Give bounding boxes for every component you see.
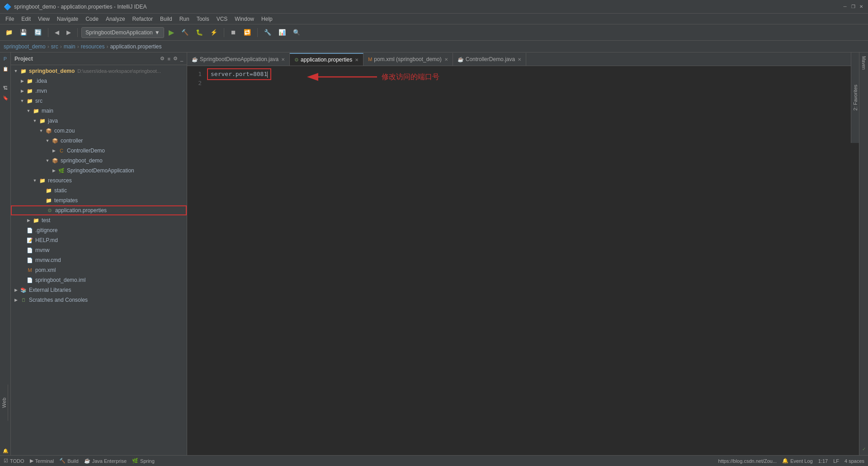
editor-content[interactable]: 1 2 server.port=8081 — [187, 66, 859, 455]
commit-tool-icon[interactable]: 📋 — [1, 64, 10, 73]
menu-vcs[interactable]: VCS — [213, 15, 231, 23]
code-area[interactable]: server.port=8081 修改访问的端口号 — [205, 66, 859, 455]
spring-button[interactable]: 🌿 Spring — [132, 458, 155, 464]
menu-build[interactable]: Build — [156, 15, 176, 23]
tree-item-gitignore[interactable]: 📄 .gitignore — [11, 225, 187, 235]
breadcrumb-main[interactable]: main — [64, 43, 75, 50]
new-project-button[interactable]: 📁 — [3, 28, 15, 37]
tab-springbootapp[interactable]: ☕ SpringbootDemoApplication.java ✕ — [187, 53, 290, 66]
todo-button[interactable]: ☑ TODO — [4, 458, 24, 464]
menu-analyze[interactable]: Analyze — [102, 15, 129, 23]
build-button[interactable]: 🔨 Build — [59, 458, 78, 464]
tree-item-templates[interactable]: 📁 templates — [11, 195, 187, 205]
menu-run[interactable]: Run — [176, 15, 193, 23]
tree-item-idea[interactable]: ▶ 📁 .idea — [11, 76, 187, 86]
maximize-button[interactable]: ❐ — [850, 4, 856, 10]
line-ending-label: LF — [833, 458, 839, 464]
tree-item-pomxml[interactable]: M pom.xml — [11, 265, 187, 275]
search-everywhere-button[interactable]: 🔍 — [290, 28, 303, 37]
tab-pomxml-close[interactable]: ✕ — [444, 57, 448, 62]
debug-button[interactable]: 🐛 — [193, 28, 206, 37]
menu-refactor[interactable]: Refactor — [129, 15, 156, 23]
back-button[interactable]: ◀ — [52, 28, 62, 37]
profile-button[interactable]: ⚡ — [208, 28, 220, 37]
indent-settings[interactable]: 4 spaces — [844, 458, 864, 464]
tree-item-test[interactable]: ▶ 📁 test — [11, 215, 187, 225]
save-button[interactable]: 💾 — [17, 28, 30, 37]
terminal-button[interactable]: ▶ Terminal — [30, 458, 54, 464]
tree-item-java[interactable]: ▼ 📁 java — [11, 116, 187, 126]
menu-navigate[interactable]: Navigate — [53, 15, 82, 23]
build-button[interactable]: 🔨 — [179, 28, 191, 37]
tree-item-main[interactable]: ▼ 📁 main — [11, 106, 187, 116]
menu-edit[interactable]: Edit — [18, 15, 34, 23]
tools-button[interactable]: 🔧 — [261, 28, 274, 37]
project-panel-settings-icon[interactable]: ⚙ — [160, 56, 165, 62]
project-panel-minimize-icon[interactable]: _ — [180, 56, 183, 62]
tree-item-static[interactable]: 📁 static — [11, 185, 187, 195]
tree-item-iml[interactable]: 📄 springboot_demo.iml — [11, 275, 187, 285]
tree-item-springbootapp[interactable]: ▶ 🌿 SpringbootDemoApplication — [11, 166, 187, 176]
close-button[interactable]: ✕ — [858, 4, 864, 10]
window-controls[interactable]: ─ ❐ ✕ — [842, 4, 864, 10]
tab-pomxml[interactable]: M pom.xml (springboot_demo) ✕ — [363, 53, 453, 66]
web-label[interactable]: Web — [1, 398, 7, 408]
tab-springbootapp-close[interactable]: ✕ — [281, 57, 285, 62]
tree-item-controller[interactable]: ▼ 📦 controller — [11, 136, 187, 146]
rerun-button[interactable]: 🔁 — [241, 28, 254, 37]
structure-tool-icon[interactable]: 🏗 — [1, 83, 10, 92]
properties-file-icon: ⚙ — [46, 207, 53, 214]
tree-item-scratches[interactable]: ▶ 🗒 Scratches and Consoles — [11, 295, 187, 305]
tree-item-application-properties[interactable]: ⚙ application.properties — [11, 205, 187, 215]
menu-file[interactable]: File — [2, 15, 18, 23]
line-ending[interactable]: LF — [833, 458, 839, 464]
menu-code[interactable]: Code — [82, 15, 102, 23]
minimize-button[interactable]: ─ — [842, 4, 848, 10]
project-tool-icon[interactable]: P — [1, 54, 10, 63]
tree-item-root[interactable]: ▼ 📁 springboot_demo D:\users\idea-worksp… — [11, 66, 187, 76]
project-panel-gear-icon[interactable]: ⚙ — [173, 56, 178, 62]
sync-button[interactable]: 🔄 — [32, 28, 44, 37]
favorites-label[interactable]: 2: Favorites — [853, 85, 858, 110]
breadcrumb-project[interactable]: springboot_demo — [4, 43, 46, 50]
run-button[interactable]: ▶ — [166, 27, 177, 38]
tree-item-controllerdemo[interactable]: ▶ C ControllerDemo — [11, 146, 187, 156]
tree-label-springbootpkg: springboot_demo — [61, 157, 103, 164]
menu-window[interactable]: Window — [231, 15, 258, 23]
menu-tools[interactable]: Tools — [193, 15, 213, 23]
tree-item-helpmd[interactable]: 📝 HELP.md — [11, 235, 187, 245]
tree-item-mvnw[interactable]: 📄 mvnw — [11, 245, 187, 255]
tab-app-properties-close[interactable]: ✕ — [355, 57, 359, 62]
tab-controllerdemo-close[interactable]: ✕ — [518, 57, 521, 62]
breadcrumb-file[interactable]: application.properties — [110, 43, 161, 50]
breadcrumb-src[interactable]: src — [51, 43, 58, 50]
tree-item-comzou[interactable]: ▼ 📦 com.zou — [11, 126, 187, 136]
tree-item-resources[interactable]: ▼ 📁 resources — [11, 176, 187, 185]
forward-button[interactable]: ▶ — [64, 28, 74, 37]
java-enterprise-button[interactable]: ☕ Java Enterprise — [84, 458, 127, 464]
tab-application-properties[interactable]: ⚙ application.properties ✕ — [290, 53, 363, 66]
bookmark-tool-icon[interactable]: 🔖 — [1, 93, 10, 102]
structure-button[interactable]: 📊 — [276, 28, 288, 37]
title-bar-left: 🔷 springboot_demo - application.properti… — [4, 3, 146, 10]
event-log-button[interactable]: 🔔 Event Log — [782, 458, 813, 464]
breadcrumb-resources[interactable]: resources — [81, 43, 105, 50]
tree-item-springbootpkg[interactable]: ▼ 📦 springboot_demo — [11, 156, 187, 166]
spring-icon: 🌿 — [132, 458, 138, 464]
stop-button[interactable]: ⏹ — [228, 28, 239, 37]
maven-panel-icon[interactable]: Maven — [860, 54, 867, 71]
tree-item-mvn[interactable]: ▶ 📁 .mvn — [11, 86, 187, 96]
tree-item-mvnwcmd[interactable]: 📄 mvnw.cmd — [11, 255, 187, 265]
tab-controllerdemo[interactable]: ☕ ControllerDemo.java ✕ — [453, 53, 526, 66]
project-tree: ▼ 📁 springboot_demo D:\users\idea-worksp… — [11, 65, 187, 455]
url-item[interactable]: https://blog.csdn.net/Zou... — [718, 458, 777, 464]
tree-label-comzou: com.zou — [54, 128, 75, 134]
tree-item-external-libraries[interactable]: ▶ 📚 External Libraries — [11, 285, 187, 295]
menu-view[interactable]: View — [34, 15, 53, 23]
libraries-icon: 📚 — [20, 286, 27, 294]
notifications-icon[interactable]: 🔔 — [1, 446, 10, 455]
project-panel-sort-icon[interactable]: ≡ — [167, 56, 170, 62]
tree-item-src[interactable]: ▼ 📁 src — [11, 96, 187, 106]
menu-help[interactable]: Help — [258, 15, 276, 23]
run-configuration-dropdown[interactable]: SpringbootDemoApplication ▼ — [81, 27, 164, 38]
